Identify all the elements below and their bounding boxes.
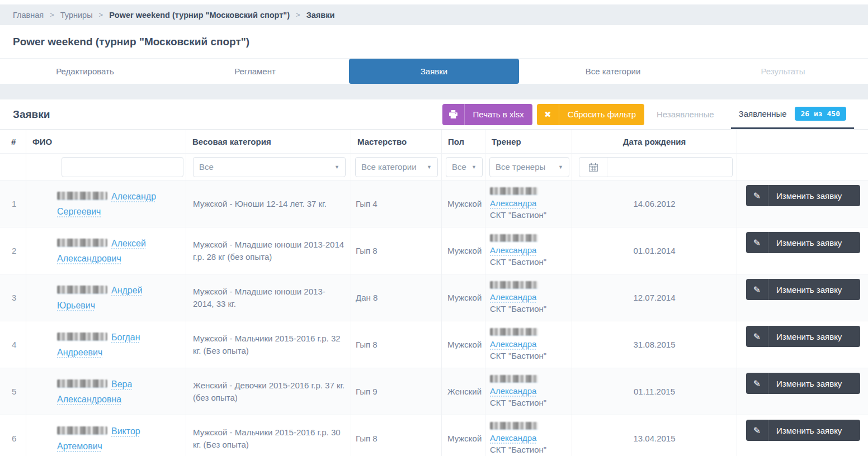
athlete-link[interactable]: Вера Александровна — [57, 377, 180, 407]
action-cell: ✎ Изменить заявку — [737, 368, 868, 415]
applications-toolbar: Заявки Печать в xlsx ✖ Сбросить фильтр Н… — [0, 99, 868, 129]
tab-regulations[interactable]: Регламент — [170, 59, 340, 84]
trainer-link[interactable]: Александра — [490, 385, 536, 397]
chevron-down-icon: ▼ — [334, 164, 339, 170]
reset-filter-button[interactable]: ✖ Сбросить фильтр — [537, 104, 644, 125]
birth-date-filter — [579, 157, 733, 177]
trainer-cell: Александра СКТ "Бастион" — [485, 368, 572, 415]
fio-cell: Алексей Александрович — [26, 227, 186, 274]
breadcrumb-tournaments[interactable]: Турниры — [60, 11, 93, 20]
breadcrumb-tournament: Power weekend (турнир "Московский спорт"… — [109, 11, 290, 20]
table-row: 2 Алексей Александрович Мужской - Младши… — [0, 227, 868, 274]
redacted-surname — [57, 286, 107, 294]
birth-date-filter-input[interactable] — [607, 158, 732, 177]
athlete-link[interactable]: Богдан Андреевич — [57, 330, 180, 360]
weight-category-cell: Мужской - Младшие юноши 2013-2014 г.р. 2… — [186, 227, 351, 274]
athlete-link[interactable]: Алексей Александрович — [57, 236, 180, 266]
header-num: # — [0, 130, 26, 153]
section-heading: Заявки — [13, 108, 50, 121]
tab-edit[interactable]: Редактировать — [0, 59, 170, 84]
header-fio: ФИО — [26, 130, 186, 153]
chevron-down-icon: ▼ — [558, 164, 563, 170]
weight-filter-select[interactable]: Все ▼ — [193, 157, 346, 177]
gender-filter-select[interactable]: Все ▼ — [446, 157, 483, 177]
birth-date-cell: 31.08.2015 — [572, 321, 737, 368]
pencil-icon: ✎ — [746, 232, 768, 253]
row-number: 5 — [0, 368, 26, 415]
action-cell: ✎ Изменить заявку — [737, 274, 868, 321]
trainer-link[interactable]: Александра — [490, 338, 536, 350]
breadcrumb-home[interactable]: Главная — [13, 11, 44, 20]
weight-category-cell: Мужской - Мальчики 2015-2016 г.р. 32 кг.… — [186, 321, 351, 368]
filter-gender-cell: Все ▼ — [442, 154, 485, 180]
redacted-surname — [57, 239, 107, 247]
action-cell: ✎ Изменить заявку — [737, 321, 868, 368]
undeclared-filter-link[interactable]: Незаявленные — [657, 110, 714, 119]
table-row: 1 Александр Сергеевич Мужской - Юноши 12… — [0, 180, 868, 227]
edit-button-label: Изменить заявку — [768, 191, 850, 201]
edit-button-label: Изменить заявку — [768, 379, 850, 388]
edit-application-button[interactable]: ✎ Изменить заявку — [746, 420, 860, 441]
page-title: Power weekend (турнир "Московский спорт"… — [13, 36, 249, 48]
table-row: 3 Андрей Юрьевич Мужской - Младшие юноши… — [0, 274, 868, 321]
header-weight-category: Весовая категория — [186, 130, 351, 153]
trainer-link[interactable]: Александра — [490, 197, 536, 209]
trainer-filter-select[interactable]: Все тренеры ▼ — [489, 157, 569, 177]
redacted-trainer-surname — [490, 328, 538, 336]
trainer-link[interactable]: Александра — [490, 291, 536, 303]
filter-trainer-cell: Все тренеры ▼ — [485, 154, 572, 180]
calendar-icon[interactable] — [579, 158, 607, 177]
skill-cell: Гып 8 — [351, 321, 442, 368]
fio-filter-input[interactable] — [62, 157, 183, 177]
athlete-link[interactable]: Виктор Артемович — [57, 424, 180, 454]
tab-applications[interactable]: Заявки — [349, 59, 519, 84]
table-row: 4 Богдан Андреевич Мужской - Мальчики 20… — [0, 321, 868, 368]
x-icon: ✖ — [537, 104, 559, 125]
gender-cell: Мужской — [442, 180, 485, 227]
weight-category-cell: Мужской - Юноши 12-14 лет. 37 кг. — [186, 180, 351, 227]
printer-icon — [442, 104, 465, 125]
edit-button-label: Изменить заявку — [768, 332, 850, 341]
declared-filter-active[interactable]: Заявленные 26 из 450 — [731, 99, 854, 129]
header-skill: Мастерство — [351, 130, 442, 153]
print-xlsx-button[interactable]: Печать в xlsx — [442, 104, 532, 125]
redacted-trainer-surname — [490, 281, 538, 289]
redacted-trainer-surname — [490, 375, 538, 383]
weight-category-cell: Мужской - Младшие юноши 2013-2014, 33 кг… — [186, 274, 351, 321]
weight-category-cell: Женский - Девочки 2015-2016 г.р. 37 кг. … — [186, 368, 351, 415]
weight-category-cell: Мужской - Мальчики 2015-2016 г.р. 30 кг.… — [186, 415, 351, 456]
trainer-cell: Александра СКТ "Бастион" — [485, 227, 572, 274]
redacted-surname — [57, 379, 107, 388]
gender-filter-value: Все — [452, 162, 466, 172]
breadcrumb-separator: > — [296, 11, 300, 19]
trainer-link[interactable]: Александра — [490, 244, 536, 256]
redacted-surname — [57, 426, 107, 435]
edit-application-button[interactable]: ✎ Изменить заявку — [746, 279, 860, 300]
trainer-cell: Александра СКТ "Бастион" — [485, 321, 572, 368]
athlete-link[interactable]: Александр Сергеевич — [57, 189, 180, 219]
redacted-trainer-surname — [490, 187, 538, 195]
trainer-club: СКТ "Бастион" — [490, 209, 572, 221]
pencil-icon: ✎ — [746, 326, 768, 347]
print-button-label: Печать в xlsx — [465, 110, 532, 119]
header-gender: Пол — [442, 130, 485, 153]
chevron-down-icon: ▼ — [427, 164, 432, 170]
edit-application-button[interactable]: ✎ Изменить заявку — [746, 232, 860, 253]
tab-results[interactable]: Результаты — [698, 59, 868, 84]
edit-application-button[interactable]: ✎ Изменить заявку — [746, 185, 860, 206]
page: Главная > Турниры > Power weekend (турни… — [0, 0, 868, 456]
edit-application-button[interactable]: ✎ Изменить заявку — [746, 373, 860, 394]
skill-filter-select[interactable]: Все категории ▼ — [355, 157, 438, 177]
trainer-link[interactable]: Александра — [490, 432, 536, 444]
fio-cell: Андрей Юрьевич — [26, 274, 186, 321]
tab-bar: Редактировать Регламент Заявки Все катег… — [0, 59, 868, 84]
edit-application-button[interactable]: ✎ Изменить заявку — [746, 326, 860, 347]
separator-band — [0, 84, 868, 99]
athlete-link[interactable]: Андрей Юрьевич — [57, 283, 180, 313]
fio-cell: Виктор Артемович — [26, 415, 186, 456]
edit-button-label: Изменить заявку — [768, 238, 850, 248]
row-number: 2 — [0, 227, 26, 274]
birth-date-cell: 13.04.2015 — [572, 415, 737, 456]
header-birth-date: Дата рождения — [572, 130, 737, 153]
tab-all-categories[interactable]: Все категории — [528, 59, 698, 84]
